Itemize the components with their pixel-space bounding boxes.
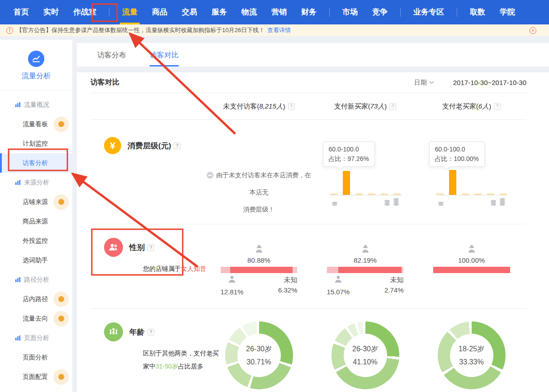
nav-item-市场[interactable]: 市场 — [335, 0, 365, 24]
nav-item-取数[interactable]: 取数 — [463, 0, 492, 24]
sidebar-item-选词助手[interactable]: 选词助手 — [0, 250, 72, 270]
bar — [449, 170, 456, 195]
nav-item-物流[interactable]: 物流 — [234, 0, 264, 24]
help-icon[interactable]: ? — [389, 103, 396, 110]
female-segment — [338, 267, 402, 273]
age-donut-new-buyers: 26-30岁41.10% — [312, 309, 418, 392]
notification-dot-core — [58, 374, 64, 380]
sidebar-item-店内路径[interactable]: 店内路径 — [0, 289, 72, 309]
bar — [343, 171, 350, 195]
unknown-share: 未知6.32% — [278, 275, 298, 297]
sidebar-item-计划监控[interactable]: 计划监控 — [0, 134, 72, 153]
tab-访客对比[interactable]: 访客对比 — [150, 51, 179, 66]
help-icon[interactable]: ? — [147, 244, 154, 251]
sidebar-item-label: 店内路径 — [23, 295, 48, 303]
unknown-segment — [293, 267, 298, 273]
top-nav: 首页实时作战室流量商品交易服务物流营销财务市场竞争业务专区取数学院 — [0, 0, 549, 24]
chart-icon — [15, 179, 21, 185]
unknown-share: 未知2.74% — [384, 275, 404, 297]
sidebar-item-页面分析[interactable]: 页面分析 — [0, 348, 72, 367]
sidebar-item-label: 页面配置 — [23, 373, 48, 381]
tab-访客分布[interactable]: 访客分布 — [97, 51, 126, 66]
sidebar-item-label: 选词助手 — [23, 256, 48, 264]
sidebar-item-页面分析[interactable]: 页面分析 — [0, 328, 72, 348]
coin — [500, 203, 505, 206]
help-icon[interactable]: ? — [174, 142, 180, 149]
date-range-picker[interactable]: 2017-10-30~2017-10-30 — [453, 79, 526, 86]
female-icon — [254, 244, 264, 254]
nav-item-流量[interactable]: 流量 — [115, 0, 145, 24]
notification-dot-core — [58, 296, 64, 302]
nav-item-学院[interactable]: 学院 — [492, 0, 522, 24]
alert-icon: ! — [6, 27, 13, 34]
level-axis-icons — [329, 197, 402, 207]
sidebar-items: 流量概况流量看板计划监控访客分析来源分析店铺来源商品来源外投监控选词助手路径分析… — [0, 90, 72, 387]
announcement-text: 【官方公告】保持生意参谋产品整体数据统一性，流量纵横实时收藏加购指标于10月26… — [16, 26, 265, 34]
help-icon[interactable]: ? — [147, 329, 154, 335]
nav-item-商品[interactable]: 商品 — [145, 0, 175, 24]
app-body: 流量分析 流量概况流量看板计划监控访客分析来源分析店铺来源商品来源外投监控选词助… — [0, 36, 549, 392]
consumption-chart-new-buyers: 60.0-100.0占比：97.26% — [312, 120, 418, 224]
coin-icon — [384, 200, 390, 206]
sidebar-item-来源分析[interactable]: 来源分析 — [0, 173, 72, 192]
sidebar-item-外投监控[interactable]: 外投监控 — [0, 231, 72, 250]
column-name-close: ) — [384, 103, 387, 110]
minus-icon — [207, 172, 213, 179]
nav-item-业务专区[interactable]: 业务专区 — [406, 0, 451, 24]
notification-dot — [53, 194, 69, 210]
announcement-link[interactable]: 查看详情 — [267, 26, 291, 34]
sidebar-module-header: 流量分析 — [0, 40, 72, 90]
nav-item-竞争[interactable]: 竞争 — [365, 0, 395, 24]
section-consumption-level: ¥ 消费层级(元) ? 由于未支付访客未在本店消费，在本店无 消费层级！ 60.… — [90, 119, 526, 224]
help-icon[interactable]: ? — [288, 103, 295, 110]
unknown-label: 未知 — [384, 275, 404, 285]
nav-item-营销[interactable]: 营销 — [264, 0, 294, 24]
nav-item-实时[interactable]: 实时 — [36, 0, 66, 24]
date-dimension-dropdown[interactable]: 日期 — [414, 79, 434, 87]
mini-bar-chart: 60.0-100.0占比：97.26% — [329, 120, 402, 224]
sidebar-item-流量看板[interactable]: 流量看板 — [0, 114, 72, 134]
age-group-percent: 30.71% — [246, 358, 271, 366]
sidebar-item-路径分析[interactable]: 路径分析 — [0, 270, 72, 289]
nav-item-作战室[interactable]: 作战室 — [66, 0, 104, 24]
female-share: 82.19% — [327, 244, 404, 264]
sidebar-item-流量概况[interactable]: 流量概况 — [0, 95, 72, 114]
column-count: 73人 — [370, 102, 385, 111]
help-icon[interactable]: ? — [494, 103, 501, 110]
yen-icon: ¥ — [104, 137, 121, 154]
tab-bar: 访客分布访客对比 — [77, 43, 549, 66]
sidebar-item-label: 页面分析 — [23, 354, 48, 362]
sidebar-item-流量去向[interactable]: 流量去向 — [0, 309, 72, 328]
gender-stacked-bar — [221, 267, 298, 273]
age-group-label: 26-30岁 — [352, 345, 378, 354]
nav-item-财务[interactable]: 财务 — [294, 0, 324, 24]
close-icon[interactable]: × — [530, 27, 536, 34]
male-share: 12.81% — [221, 275, 244, 297]
female-percent: 82.19% — [327, 256, 404, 264]
chart-icon — [15, 102, 21, 108]
consumption-title: 消费层级(元) — [128, 141, 171, 151]
sidebar-module-title: 流量分析 — [0, 71, 72, 81]
sidebar-item-商品来源[interactable]: 商品来源 — [0, 212, 72, 231]
donut-ring: 26-30岁41.10% — [331, 321, 399, 389]
nav-item-服务[interactable]: 服务 — [204, 0, 234, 24]
bar — [330, 194, 337, 195]
coin-icon — [393, 198, 399, 206]
sidebar-item-店铺来源[interactable]: 店铺来源 — [0, 192, 72, 212]
main-panel: 访客对比 日期 2017-10-30~2017-10-30 未支付访客(8,21… — [77, 72, 549, 392]
female-share: 80.88% — [221, 244, 298, 264]
unknown-percent: 2.74% — [384, 285, 404, 296]
gender-chart: 80.88%12.81%未知6.32% — [221, 224, 298, 297]
column-name-close: ) — [489, 103, 491, 110]
nav-item-首页[interactable]: 首页 — [6, 0, 36, 24]
notification-dot-core — [58, 199, 64, 205]
bar — [436, 194, 444, 195]
sidebar-item-访客分析[interactable]: 访客分析 — [0, 153, 72, 173]
donut-center-label: 26-30岁41.10% — [331, 321, 399, 389]
age-donut-chart: 26-30岁41.10% — [331, 309, 399, 392]
sidebar-item-页面配置[interactable]: 页面配置 — [0, 367, 72, 387]
donut-center-label: 26-30岁30.71% — [225, 321, 293, 389]
nav-item-交易[interactable]: 交易 — [175, 0, 204, 24]
female-segment — [230, 267, 292, 273]
tooltip-share: 占比：97.26% — [329, 154, 369, 164]
